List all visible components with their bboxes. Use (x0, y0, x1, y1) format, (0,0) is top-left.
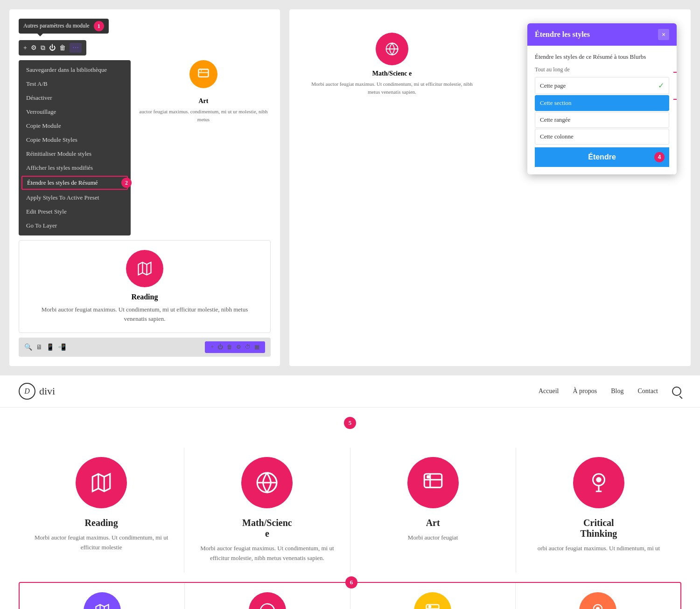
main-math-text: Morbi auctor feugiat maximus. Ut condime… (194, 544, 340, 563)
highlighted-section-wrapper: 6 Reading Morbi auctor feugiat maximus. … (19, 582, 681, 609)
menu-item-apply[interactable]: Apply Styles To Active Preset (19, 191, 131, 205)
right-panel: Étendre les styles × Étendre les styles … (289, 9, 691, 366)
logo: D divi (19, 383, 55, 400)
modal-title: Étendre les styles (535, 30, 590, 39)
monitor-icon[interactable]: 🖥 (36, 344, 42, 351)
main-thinking-card: CriticalThinking orbi auctor feugiat max… (516, 448, 681, 573)
hl-art-icon (414, 592, 451, 609)
add-icon[interactable]: + (23, 44, 27, 52)
modal-section-label: Tout au long de (535, 66, 669, 73)
tablet-icon[interactable]: 📱 (46, 343, 54, 351)
option-cette-page[interactable]: Cette page ✓ 3 (535, 77, 669, 94)
top-section: Autres paramètres du module 1 + ⚙ ⧉ ⏻ 🗑 … (0, 0, 700, 375)
delete-icon[interactable]: 🗑 (59, 44, 66, 52)
main-reading-title: Reading (28, 518, 175, 528)
main-art-title: Art (360, 518, 506, 528)
section-toolbar: + ⏻ 🗑 ⚙ ⏱ ▦ (205, 341, 265, 353)
menu-item-disable[interactable]: Désactiver (19, 91, 131, 105)
section-settings-icon[interactable]: ⚙ (236, 344, 241, 351)
main-thinking-icon (573, 457, 624, 508)
highlight-art-card: Art Morbi auctor feugiat maximus. Ut con… (350, 583, 516, 609)
nav-contact[interactable]: Contact (637, 388, 658, 395)
phone-icon[interactable]: 📲 (58, 343, 66, 351)
bottom-builder-bar: 🔍 🖥 📱 📲 + ⏻ 🗑 ⚙ ⏱ ▦ (19, 338, 271, 357)
main-reading-card: Reading Morbi auctor feugiat maximus. Ut… (19, 448, 184, 573)
step-badge-2: 2 (121, 178, 132, 188)
nav-blog[interactable]: Blog (611, 388, 623, 395)
modal-subtitle: Étendre les styles de ce Résumé à tous B… (535, 53, 669, 61)
left-panel: Autres paramètres du module 1 + ⚙ ⧉ ⏻ 🗑 … (9, 9, 280, 366)
section-history-icon[interactable]: ⏱ (245, 344, 251, 351)
reading-icon-circle (126, 250, 163, 287)
option-cette-rangee[interactable]: Cette rangée (535, 112, 669, 128)
math-icon-circle (376, 33, 408, 65)
main-reading-text: Morbi auctor feugiat maximus. Ut condime… (28, 533, 175, 553)
section-columns-icon[interactable]: ▦ (254, 344, 259, 351)
step5-indicator: 5 (0, 408, 700, 438)
svg-rect-0 (199, 69, 209, 77)
menu-item-layer[interactable]: Go To Layer (19, 219, 131, 233)
more-icon[interactable]: ⋯ (70, 43, 82, 53)
menu-item-reset[interactable]: Réinitialiser Module styles (19, 147, 131, 161)
hl-thinking-icon (579, 592, 616, 609)
section-delete-icon[interactable]: 🗑 (227, 344, 232, 351)
menu-item-test[interactable]: Test A/B (19, 77, 131, 91)
reading-card: Reading Morbi auctor feugiat maximus. Ut… (19, 240, 271, 333)
step-badge-1: 1 (94, 21, 104, 31)
option-cette-section[interactable]: Cette section (535, 95, 669, 111)
highlight-thinking-card: Thinking Morbi auctor feugiat maximus. U… (516, 583, 680, 609)
main-math-icon (241, 457, 293, 508)
math-title: Math/Scienc e (308, 70, 476, 77)
main-math-title: Math/Science (194, 518, 340, 539)
duplicate-icon[interactable]: ⧉ (41, 44, 45, 52)
menu-item-copy[interactable]: Copie Module (19, 119, 131, 133)
menu-item-edit-preset[interactable]: Edit Preset Style (19, 205, 131, 219)
highlight-reading-card: Reading Morbi auctor feugiat maximus. Ut… (20, 583, 185, 609)
context-menu: Sauvegarder dans la bibliothèque Test A/… (19, 60, 131, 235)
nav-accueil[interactable]: Accueil (539, 388, 559, 395)
main-art-icon (407, 457, 459, 508)
hl-math-icon (249, 592, 286, 609)
math-science-card: Math/Scienc e Morbi auctor feugiat maxim… (299, 23, 485, 105)
main-cards-grid: Reading Morbi auctor feugiat maximus. Ut… (0, 438, 700, 582)
hl-reading-icon (84, 592, 121, 609)
menu-item-save[interactable]: Sauvegarder dans la bibliothèque (19, 63, 131, 77)
power-icon[interactable]: ⏻ (49, 44, 56, 52)
menu-item-show-modified[interactable]: Afficher les styles modifiés (19, 161, 131, 175)
logo-circle: D (19, 383, 35, 400)
main-math-card: Math/Science Morbi auctor feugiat maximu… (184, 448, 350, 573)
nav-links: Accueil À propos Blog Contact (539, 387, 681, 396)
nav-apropos[interactable]: À propos (573, 388, 597, 395)
navbar: D divi Accueil À propos Blog Contact (0, 375, 700, 408)
main-art-card: Art Morbi auctor feugiat (350, 448, 516, 573)
menu-item-extend[interactable]: Étendre les styles de Résumé 2 (21, 176, 128, 190)
main-thinking-text: orbi auctor feugiat maximus. Ut ndimentu… (525, 544, 672, 554)
modal-close-button[interactable]: × (658, 29, 669, 40)
check-icon: ✓ (658, 81, 664, 90)
svg-point-7 (427, 476, 429, 478)
nav-search-icon[interactable] (672, 387, 681, 396)
step-badge-5: 5 (344, 417, 356, 429)
highlight-math-card: Math Morbi auctor feugiat maximus. Ut co… (185, 583, 350, 609)
module-toolbar: + ⚙ ⧉ ⏻ 🗑 ⋯ (19, 40, 86, 55)
settings-icon[interactable]: ⚙ (31, 44, 37, 52)
main-reading-icon (76, 457, 127, 508)
menu-item-copy-styles[interactable]: Copie Module Styles (19, 133, 131, 147)
section-add-icon[interactable]: + (210, 344, 214, 351)
extend-modal: Étendre les styles × Étendre les styles … (527, 23, 677, 174)
math-text: Morbi auctor feugiat maximus. Ut condime… (308, 80, 476, 96)
modal-body: Étendre les styles de ce Résumé à tous B… (527, 46, 677, 174)
svg-point-14 (596, 607, 599, 609)
extend-button[interactable]: Étendre 4 (535, 147, 669, 167)
svg-point-1 (201, 70, 202, 71)
search-bar-icon[interactable]: 🔍 (24, 343, 32, 351)
option-cette-colonne[interactable]: Cette colonne (535, 129, 669, 145)
bracket-annotation (673, 72, 677, 100)
modal-header: Étendre les styles × (527, 23, 677, 46)
menu-item-lock[interactable]: Verrouillage (19, 105, 131, 119)
step-badge-6: 6 (345, 576, 357, 588)
svg-point-12 (429, 605, 431, 608)
section-power-icon[interactable]: ⏻ (217, 344, 223, 351)
main-preview-section: D divi Accueil À propos Blog Contact 5 R… (0, 375, 700, 609)
tooltip: Autres paramètres du module 1 (19, 19, 109, 34)
